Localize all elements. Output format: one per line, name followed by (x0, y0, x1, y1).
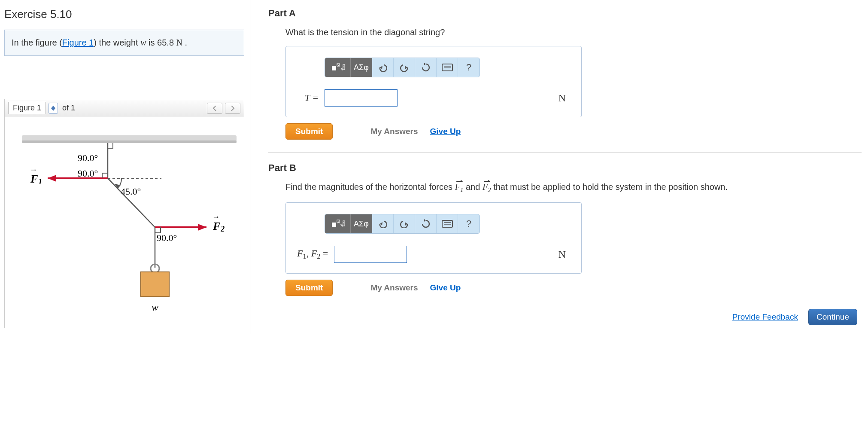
undo-icon (378, 63, 388, 72)
svg-marker-11 (198, 224, 206, 231)
angle-top-label: 90.0° (78, 152, 98, 163)
part-b-answer-input[interactable] (334, 246, 407, 263)
part-b-question: Find the magnitudes of the horizontal fo… (285, 182, 862, 194)
part-b-submit-button[interactable]: Submit (285, 280, 333, 296)
svg-text:45.0°: 45.0° (121, 186, 141, 197)
vector-f1: ⇀F1 (455, 182, 464, 192)
template-icon: x √ (331, 63, 345, 72)
answer-toolbar-b: x √ ΑΣφ (325, 214, 480, 234)
part-b-give-up[interactable]: Give Up (430, 283, 461, 293)
svg-text:√: √ (340, 65, 344, 72)
part-a-give-up[interactable]: Give Up (430, 127, 461, 136)
undo-icon (378, 220, 388, 228)
toolbar-templates-button[interactable]: x √ (325, 214, 351, 233)
part-b-q-suffix: that must be applied to hold the system … (491, 182, 728, 192)
help-icon: ? (466, 62, 471, 73)
provide-feedback-link[interactable]: Provide Feedback (732, 312, 798, 322)
toolbar-greek-button[interactable]: ΑΣφ (351, 58, 372, 77)
figure-prev-button[interactable] (207, 103, 222, 114)
vector-f2: ⇀F2 (483, 182, 491, 192)
problem-text-after: is 65.8 (146, 38, 176, 47)
svg-text:→: → (212, 213, 220, 221)
part-b-title: Part B (268, 162, 862, 174)
svg-text:w: w (152, 302, 158, 313)
svg-rect-32 (332, 223, 336, 227)
part-b-my-answers[interactable]: My Answers (370, 283, 418, 293)
toolbar-redo-button[interactable] (394, 214, 415, 233)
svg-rect-40 (442, 220, 452, 227)
problem-var-w: w (140, 38, 146, 47)
svg-rect-15 (141, 272, 169, 297)
part-a-unit: N (558, 92, 566, 104)
svg-text:F2: F2 (212, 220, 225, 233)
svg-rect-29 (442, 64, 452, 71)
part-a-answer-input[interactable] (325, 89, 398, 107)
figure-diagram: F1 → (5, 117, 244, 328)
figure-name: Figure 1 (8, 102, 46, 114)
problem-text-mid: ) the weight (94, 38, 140, 47)
answer-toolbar: x √ ΑΣφ (325, 58, 480, 77)
toolbar-undo-button[interactable] (372, 58, 394, 77)
part-b-unit: N (558, 249, 566, 260)
toolbar-help-button[interactable]: ? (458, 58, 480, 77)
template-icon: x √ (331, 219, 345, 229)
part-a-question: What is the tension in the diagonal stri… (285, 27, 862, 37)
continue-button[interactable]: Continue (808, 309, 857, 325)
svg-marker-4 (48, 175, 56, 182)
toolbar-undo-button[interactable] (372, 214, 394, 233)
part-b-var-label: F1, F2 = (297, 248, 328, 261)
toolbar-reset-button[interactable] (415, 58, 437, 77)
toolbar-reset-button[interactable] (415, 214, 437, 233)
svg-marker-39 (424, 219, 426, 222)
keyboard-icon (442, 220, 453, 228)
toolbar-redo-button[interactable] (394, 58, 415, 77)
chevron-right-icon (231, 106, 235, 111)
toolbar-keyboard-button[interactable] (437, 58, 458, 77)
svg-marker-28 (424, 63, 426, 65)
redo-icon (400, 63, 409, 72)
problem-period: . (182, 38, 187, 47)
svg-rect-21 (332, 66, 336, 70)
svg-text:F1: F1 (30, 173, 42, 186)
toolbar-keyboard-button[interactable] (437, 214, 458, 233)
part-a-var-label: T = (297, 92, 319, 104)
part-a-submit-button[interactable]: Submit (285, 123, 333, 140)
svg-text:90.0°: 90.0° (78, 168, 98, 179)
part-b-answer-box: x √ ΑΣφ (285, 202, 582, 274)
figure-next-button[interactable] (225, 103, 240, 114)
svg-text:90.0°: 90.0° (157, 232, 177, 243)
part-b-q-mid: and (463, 182, 482, 192)
svg-text:x: x (337, 63, 340, 68)
problem-text-prefix: In the figure ( (12, 38, 62, 47)
figure-index-stepper[interactable] (49, 103, 58, 114)
toolbar-greek-button[interactable]: ΑΣφ (351, 214, 372, 233)
problem-unit: N (176, 38, 182, 47)
reset-icon (421, 219, 431, 229)
toolbar-templates-button[interactable]: x √ (325, 58, 351, 77)
figure-link[interactable]: Figure 1 (62, 38, 94, 47)
part-a-answer-box: x √ ΑΣφ (285, 46, 582, 117)
problem-statement: In the figure (Figure 1) the weight w is… (4, 30, 244, 56)
help-icon: ? (466, 218, 471, 229)
keyboard-icon (442, 64, 453, 71)
svg-text:√: √ (340, 221, 344, 228)
part-b-q-prefix: Find the magnitudes of the horizontal fo… (285, 182, 455, 192)
part-a-title: Part A (268, 8, 862, 19)
figure-of-text: of 1 (62, 104, 75, 113)
divider (268, 152, 862, 153)
redo-icon (400, 220, 409, 228)
reset-icon (421, 63, 431, 72)
chevron-left-icon (212, 106, 217, 111)
svg-text:→: → (30, 165, 37, 174)
toolbar-help-button[interactable]: ? (458, 214, 480, 233)
svg-rect-1 (22, 140, 237, 143)
svg-text:x: x (337, 220, 340, 224)
figure-header: Figure 1 of 1 (5, 99, 244, 117)
part-a-my-answers[interactable]: My Answers (370, 127, 418, 136)
figure-panel: Figure 1 of 1 (4, 99, 244, 328)
exercise-title: Exercise 5.10 (4, 8, 244, 21)
